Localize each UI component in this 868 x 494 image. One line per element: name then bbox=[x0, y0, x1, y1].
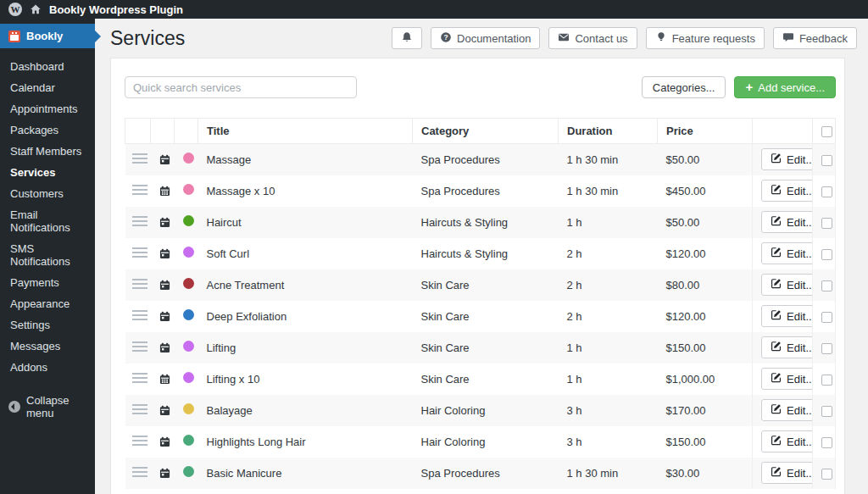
edit-button-label: Edit... bbox=[787, 373, 813, 386]
drag-handle[interactable] bbox=[132, 373, 147, 383]
service-color-dot bbox=[183, 153, 194, 164]
edit-button-label: Edit... bbox=[787, 279, 813, 291]
row-checkbox[interactable] bbox=[821, 249, 832, 260]
wordpress-logo-icon[interactable] bbox=[8, 3, 22, 16]
sidebar-item-staff-members[interactable]: Staff Members bbox=[0, 141, 95, 162]
edit-button[interactable]: Edit... bbox=[761, 399, 813, 421]
feedback-button[interactable]: Feedback bbox=[773, 27, 857, 49]
drag-handle[interactable] bbox=[132, 247, 147, 258]
search-input[interactable] bbox=[125, 76, 357, 98]
edit-button-label: Edit... bbox=[787, 185, 813, 197]
service-color-dot bbox=[183, 215, 194, 226]
service-price: $450.00 bbox=[658, 175, 753, 207]
edit-pencil-icon bbox=[771, 184, 782, 197]
add-service-label: Add service... bbox=[758, 81, 825, 94]
row-checkbox[interactable] bbox=[821, 469, 832, 480]
edit-button[interactable]: Edit... bbox=[761, 211, 813, 233]
table-row: Acne Treatment Skin Care 2 h $80.00 Edit… bbox=[125, 269, 836, 301]
edit-button-label: Edit... bbox=[787, 404, 813, 417]
row-checkbox[interactable] bbox=[821, 155, 832, 166]
drag-handle[interactable] bbox=[132, 341, 147, 352]
calendar-day-icon bbox=[159, 311, 166, 322]
service-color-dot bbox=[183, 341, 194, 352]
drag-handle[interactable] bbox=[132, 185, 147, 195]
service-price: $50.00 bbox=[658, 144, 753, 175]
service-duration: 2 h bbox=[559, 301, 658, 332]
sidebar-item-packages[interactable]: Packages bbox=[0, 119, 95, 141]
row-checkbox[interactable] bbox=[821, 406, 832, 417]
sidebar: Bookly DashboardCalendarAppointmentsPack… bbox=[0, 19, 95, 494]
edit-button[interactable]: Edit... bbox=[761, 430, 813, 452]
categories-button[interactable]: Categories... bbox=[642, 76, 726, 98]
col-select bbox=[813, 119, 836, 144]
edit-button-label: Edit... bbox=[787, 436, 813, 448]
sidebar-item-payments[interactable]: Payments bbox=[0, 272, 95, 293]
documentation-button[interactable]: ? Documentation bbox=[431, 27, 540, 49]
edit-pencil-icon bbox=[771, 403, 782, 417]
service-price: $1,000.00 bbox=[658, 364, 753, 395]
site-name-link[interactable]: Bookly Wordpress Plugin bbox=[49, 3, 183, 16]
edit-button[interactable]: Edit... bbox=[761, 336, 813, 358]
edit-button[interactable]: Edit... bbox=[761, 305, 813, 327]
drag-handle[interactable] bbox=[132, 153, 147, 164]
row-checkbox[interactable] bbox=[821, 218, 832, 229]
service-title: Highlights Long Hair bbox=[198, 426, 413, 458]
edit-button[interactable]: Edit... bbox=[761, 242, 813, 264]
drag-handle[interactable] bbox=[132, 404, 147, 414]
edit-button-label: Edit... bbox=[787, 341, 813, 354]
row-checkbox[interactable] bbox=[821, 437, 832, 448]
edit-button[interactable]: Edit... bbox=[761, 462, 813, 484]
sidebar-item-messages[interactable]: Messages bbox=[0, 336, 95, 357]
sidebar-item-email-notifications[interactable]: Email Notifications bbox=[0, 204, 95, 238]
sidebar-item-customers[interactable]: Customers bbox=[0, 183, 95, 204]
col-title: Title bbox=[198, 119, 413, 144]
collapse-menu-button[interactable]: Collapse menu bbox=[0, 389, 95, 425]
add-service-button[interactable]: Add service... bbox=[734, 76, 836, 98]
toolbar-actions: Categories... Add service... bbox=[642, 76, 836, 98]
row-checkbox[interactable] bbox=[821, 312, 832, 323]
sidebar-item-appointments[interactable]: Appointments bbox=[0, 98, 95, 119]
drag-handle[interactable] bbox=[132, 436, 147, 446]
row-checkbox[interactable] bbox=[821, 280, 832, 291]
home-icon[interactable] bbox=[30, 3, 42, 15]
service-price: $120.00 bbox=[658, 238, 753, 269]
col-color bbox=[175, 119, 198, 144]
edit-button[interactable]: Edit... bbox=[761, 148, 813, 170]
contact-us-button[interactable]: Contact us bbox=[548, 27, 637, 49]
table-row: Highlights Long Hair Hair Coloring 3 h $… bbox=[125, 426, 836, 458]
drag-handle[interactable] bbox=[132, 216, 147, 226]
bookly-logo-icon bbox=[8, 31, 20, 42]
services-card: Categories... Add service... bbox=[110, 58, 845, 494]
table-row: Lifting Skin Care 1 h $150.00 Edit... bbox=[125, 332, 836, 364]
select-all-checkbox[interactable] bbox=[821, 126, 832, 137]
sidebar-item-dashboard[interactable]: Dashboard bbox=[0, 56, 95, 77]
sidebar-item-calendar[interactable]: Calendar bbox=[0, 77, 95, 98]
service-duration: 1 h bbox=[559, 207, 658, 238]
sidebar-item-services[interactable]: Services bbox=[0, 162, 95, 183]
feature-requests-button[interactable]: Feature requests bbox=[646, 27, 765, 49]
sidebar-item-bookly[interactable]: Bookly bbox=[0, 24, 95, 48]
edit-pencil-icon bbox=[771, 278, 782, 291]
drag-handle[interactable] bbox=[132, 467, 147, 477]
sidebar-item-appearance[interactable]: Appearance bbox=[0, 293, 95, 314]
sidebar-item-settings[interactable]: Settings bbox=[0, 314, 95, 336]
service-category: Skin Care bbox=[413, 332, 559, 364]
col-type bbox=[151, 119, 175, 144]
service-color-dot bbox=[183, 184, 194, 195]
row-checkbox[interactable] bbox=[821, 343, 832, 354]
page-header: Services ? Documentation bbox=[95, 19, 868, 58]
col-price: Price bbox=[658, 119, 753, 144]
table-row: Haircut Haircuts & Styling 1 h $50.00 Ed… bbox=[125, 207, 836, 238]
edit-button[interactable]: Edit... bbox=[761, 274, 813, 296]
sidebar-item-sms-notifications[interactable]: SMS Notifications bbox=[0, 238, 95, 272]
edit-pencil-icon bbox=[771, 435, 782, 448]
drag-handle[interactable] bbox=[132, 310, 147, 320]
notifications-button[interactable] bbox=[392, 27, 422, 49]
edit-button[interactable]: Edit... bbox=[761, 180, 813, 202]
row-checkbox[interactable] bbox=[821, 186, 832, 197]
edit-button[interactable]: Edit... bbox=[761, 368, 813, 390]
service-color-dot bbox=[183, 435, 194, 446]
sidebar-item-addons[interactable]: Addons bbox=[0, 357, 95, 378]
row-checkbox[interactable] bbox=[821, 375, 832, 386]
drag-handle[interactable] bbox=[132, 279, 147, 289]
